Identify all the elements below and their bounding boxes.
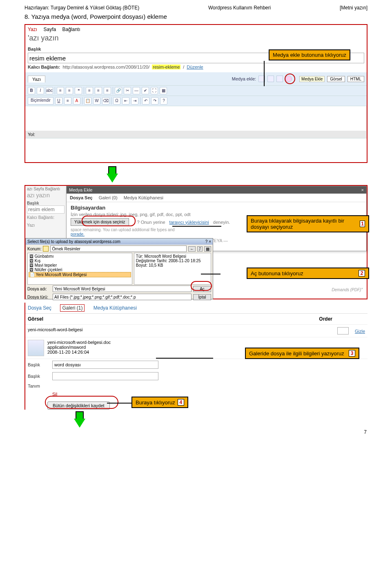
pasteword-icon[interactable]: W [93,97,100,105]
thumbnail [28,340,44,356]
sys-konum-label: Konum: [27,247,41,251]
callout-gallery: Galeride dosya ile ilgili bilgileri yazı… [249,350,344,357]
help-icon[interactable]: ? [160,97,167,105]
fullscreen-icon[interactable]: ⛶ [151,87,158,94]
gal-tab-dosya[interactable]: Dosya Seç [28,305,51,311]
cancel-button[interactable]: İptal [193,294,211,300]
ftype-label: Dosya türü: [27,295,51,299]
sys-back-icon[interactable]: ← [188,246,196,252]
ul-icon[interactable]: ≡ [57,87,64,94]
file-date: 2008-11-20 14:26:04 [47,350,111,355]
bg-baslik-val: resim eklem [27,205,65,214]
step-4: 4 [178,399,184,406]
kitchen-icon[interactable]: ▦ [160,87,167,94]
strike-icon[interactable]: abc [46,87,53,94]
aligncenter-icon[interactable]: ≡ [95,87,102,94]
outdent-icon[interactable]: ⇤ [122,97,129,105]
file-name: yeni-microsoft-word-belgesi.doc [47,340,111,345]
spell-icon[interactable]: ✔ [142,87,149,94]
fname-input[interactable] [53,285,192,292]
row-title: yeni-microsoft-word-belgesi [28,327,83,332]
alignright-icon[interactable]: ≡ [104,87,111,94]
list-item[interactable]: 🖼 Kış [29,259,131,263]
media-audio-icon[interactable] [276,76,283,82]
label-baslik2: Başlık [28,374,48,379]
wp-top-tabs: Yazı Sayfa Bağlantı [25,25,367,34]
ol-icon[interactable]: ≡ [66,87,73,94]
permalink-slug[interactable]: resim-ekleme [152,65,180,69]
bg-baslik-label: Başlık [27,201,65,205]
sys-up-icon[interactable]: ⤴ [197,246,203,252]
permalink-edit[interactable]: Düzenle [187,65,203,69]
redo-icon[interactable]: ↷ [151,97,158,105]
list-item[interactable]: 🖼 Nilüfer çiçekleri [29,268,131,272]
editor-toolbar-row2: Biçimlendir U ≡ A 📋 W ⌫ Ω ⇤ ⇥ ↶ ↷ ? [25,96,367,106]
screenshot-editor: Yazı Sayfa Bağlantı 'azı yazın Başlık Ka… [24,24,368,163]
clean-icon[interactable]: ⌫ [102,97,109,105]
tab-html[interactable]: HTML [347,76,364,82]
order-input[interactable] [337,327,349,335]
paste-icon[interactable]: 📋 [84,97,91,105]
indent-icon[interactable]: ⇥ [131,97,138,105]
callout-media-ekle: Medya ekle butonuna tıklıyoruz [269,49,350,60]
modal-close-icon[interactable]: × [361,187,364,192]
alignleft-icon[interactable]: ≡ [86,87,93,94]
section-title: 8. Yazıya medya (word, Powerpoint dosyas… [24,13,368,20]
gal-tab-galeri[interactable]: Galeri (1) [60,304,85,312]
filedate: Değiştirme Tarihi: 2008-11-20 18:25 [136,259,209,263]
italic-icon[interactable]: I [37,87,44,94]
editor-path: Yol: [28,132,35,137]
format-select[interactable]: Biçimlendir [28,97,53,105]
folder-icon [43,246,49,252]
screenshot-gallery: Dosya Seç Galeri (1) Medya Kütüphanesi G… [24,303,368,410]
input-baslik2[interactable] [52,372,158,380]
input-baslik[interactable] [52,361,158,369]
page-subheading: 'azı yazın [25,34,367,45]
modal-tab-kutuphane[interactable]: Medya Kütüphanesi [124,195,163,200]
modal-alt-link[interactable]: tarayıcı yükleyicisini [169,220,209,225]
filesize: Boyut: 10,5 KB [136,263,209,268]
modal-tab-galeri[interactable]: Galeri (0) [99,195,118,200]
unlink-icon[interactable]: ✂ [124,87,131,94]
callout-media-ekle-text: Medya ekle butonuna tıklıyoruz [273,52,346,58]
permalink-url: http://atasosyal.wordpress.com/2008/11/2… [62,65,149,69]
sys-konum-input[interactable] [50,245,187,252]
step-3: 3 [349,350,355,357]
list-item-selected[interactable]: 📄 Yeni Microsoft Word Belgesi [29,272,131,277]
underline-icon[interactable]: U [55,97,62,105]
gal-tab-kutuphane[interactable]: Medya Kütüphanesi [94,305,137,311]
bold-icon[interactable]: B [28,87,35,94]
char-icon[interactable]: Ω [113,97,120,105]
tab-baglanti[interactable]: Bağlantı [62,27,80,32]
more-icon[interactable]: — [133,87,140,94]
undo-icon[interactable]: ↶ [142,97,149,105]
permalink-label: Kalıcı Bağlantı: [28,65,60,69]
modal-tab-dosya[interactable]: Dosya Seç [70,195,93,200]
bg-sub: azı yazın [27,192,65,198]
callout-open: Aç butonuna tıklıyoruz [251,270,303,277]
space-link[interactable]: porade. [71,232,362,236]
media-video-icon[interactable] [267,76,274,82]
color-icon[interactable]: A [73,97,80,105]
editor-content[interactable] [25,106,367,131]
header-center: Wordpress Kullanım Rehberi [208,5,271,11]
col-gorsel: Görsel [28,316,43,322]
modal-hint: ? Onun yerine [137,220,165,225]
hide-link[interactable]: Gizle [355,329,365,334]
list-item[interactable]: 🖼 Mavi tepeler [29,263,131,268]
sys-help-icon[interactable]: ? × [205,239,211,244]
tab-visual[interactable]: Görsel [327,76,345,82]
modal-alt-link2: deneyin. [213,220,230,225]
label-tanim: Tanım [28,384,48,388]
sys-title: Select file(s) to upload by atasosyal.wo… [27,239,120,244]
link-icon[interactable]: 🔗 [115,87,122,94]
ftype-input[interactable] [53,294,192,300]
sys-view-icon[interactable]: ▦ [204,246,211,252]
header-right: [Metni yazın] [340,5,368,11]
editor-tab-yazi[interactable]: Yazı [28,76,45,83]
tab-sayfa[interactable]: Sayfa [43,27,56,32]
quote-icon[interactable]: ❝ [75,87,82,94]
list-item[interactable]: 🖼 Günbatımı [29,254,131,259]
tab-yazi[interactable]: Yazı [28,27,37,32]
justify-icon[interactable]: ≡ [64,97,71,105]
